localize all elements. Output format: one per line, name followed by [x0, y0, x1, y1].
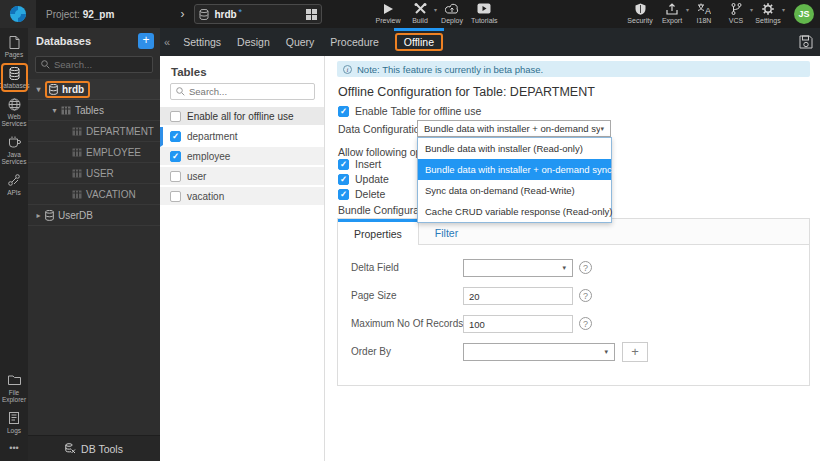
tables-search-input[interactable]	[189, 86, 299, 97]
tab-settings[interactable]: Settings	[182, 28, 222, 56]
export-button[interactable]: Export ▾	[659, 2, 685, 24]
update-row[interactable]: Update	[338, 173, 389, 185]
tree-node-hrdb[interactable]: ▾ hrdb	[28, 79, 160, 100]
preview-button[interactable]: Preview	[375, 2, 401, 24]
vcs-button[interactable]: VCS ▾	[723, 2, 749, 24]
db-tools-icon	[65, 443, 76, 454]
data-configuration-dropdown: Bundle data with installer (Read-only) B…	[417, 137, 612, 223]
svg-text:A: A	[705, 6, 711, 15]
database-tree: ▾ hrdb ▾ Tables DEPARTMENT EMPLOYEE	[28, 79, 160, 435]
nav-java-services[interactable]: Java Services	[1, 132, 28, 168]
caret-down-icon: ▾	[562, 264, 566, 272]
deploy-button[interactable]: Deploy	[439, 2, 465, 24]
tree-node-label: hrdb	[62, 84, 84, 95]
databases-search-input[interactable]	[54, 59, 154, 70]
table-row-employee[interactable]: employee	[160, 147, 324, 167]
tutorials-button[interactable]: Tutorials	[471, 2, 498, 24]
dropdown-option[interactable]: Bundle data with installer (Read-only)	[418, 138, 611, 159]
tab-properties[interactable]: Properties	[338, 219, 419, 245]
databases-search[interactable]	[35, 56, 153, 73]
table-row-department[interactable]: department	[160, 127, 324, 147]
nav-apis[interactable]: APIs	[1, 170, 28, 199]
admin-actions: Security Export ▾ A I18N VCS ▾ Settings …	[624, 2, 784, 24]
security-button[interactable]: Security	[627, 2, 653, 24]
shield-icon	[635, 2, 646, 15]
export-icon	[666, 2, 678, 15]
chevron-down-icon: ▾	[686, 6, 689, 13]
help-icon[interactable]: ?	[579, 317, 592, 330]
tab-design[interactable]: Design	[236, 28, 271, 56]
tab-procedure[interactable]: Procedure	[329, 28, 379, 56]
db-tools-button[interactable]: DB Tools	[28, 435, 160, 461]
db-selector[interactable]: hrdb *	[194, 4, 322, 24]
tree-node-table[interactable]: USER	[28, 163, 160, 184]
table-row-user[interactable]: user	[160, 167, 324, 187]
table-checkbox[interactable]	[170, 151, 181, 162]
tree-node-table[interactable]: EMPLOYEE	[28, 142, 160, 163]
enable-table-row[interactable]: Enable Table for offline use	[338, 105, 481, 117]
insert-row[interactable]: Insert	[338, 158, 381, 170]
tree-node-label: Tables	[75, 105, 104, 116]
nav-pages[interactable]: Pages	[1, 32, 28, 61]
tab-offline[interactable]: Offline	[394, 28, 444, 56]
user-avatar[interactable]: JS	[794, 4, 814, 24]
caret-down-icon: ▾	[34, 85, 43, 94]
table-row-vacation[interactable]: vacation	[160, 187, 324, 207]
service-tab-bar: « Settings Design Query Procedure Offlin…	[160, 28, 820, 56]
modified-marker: *	[239, 7, 243, 17]
insert-checkbox[interactable]	[338, 159, 349, 170]
tree-node-userdb[interactable]: ▸ UserDB	[28, 205, 160, 226]
wavemaker-logo-icon	[9, 5, 27, 23]
app-logo[interactable]	[0, 0, 36, 28]
tree-node-tables[interactable]: ▾ Tables	[28, 100, 160, 121]
nav-web-services[interactable]: Web Services	[1, 94, 28, 130]
order-by-select[interactable]: ▾	[463, 343, 615, 361]
table-checkbox[interactable]	[170, 171, 181, 182]
nav-more[interactable]: •••	[1, 439, 28, 455]
run-actions: Preview Build ▾ Deploy	[372, 2, 468, 24]
nav-databases[interactable]: Databases	[1, 63, 28, 92]
page-size-row: Page Size ?	[338, 287, 809, 305]
table-checkbox[interactable]	[170, 131, 181, 142]
caret-right-icon: ▸	[34, 211, 43, 220]
tree-node-table[interactable]: DEPARTMENT	[28, 121, 160, 142]
tables-search[interactable]	[170, 83, 315, 100]
app-switcher-icon[interactable]	[306, 9, 317, 20]
dropdown-option[interactable]: Sync data on-demand (Read-Write)	[418, 180, 611, 201]
databases-panel: Databases + ▾ hrdb ▾ Tables DEPARTME	[28, 28, 160, 461]
delete-checkbox[interactable]	[338, 189, 349, 200]
databases-panel-title: Databases	[36, 35, 91, 47]
tab-query[interactable]: Query	[285, 28, 316, 56]
i18n-button[interactable]: A I18N	[691, 2, 717, 24]
settings-button[interactable]: Settings ▾	[755, 2, 781, 24]
database-icon	[199, 9, 209, 20]
dropdown-option[interactable]: Cache CRUD variable response (Read-only)	[418, 201, 611, 222]
delta-field-select[interactable]: ▾	[463, 259, 573, 277]
max-records-input[interactable]	[463, 315, 573, 333]
help-icon[interactable]: ?	[579, 261, 592, 274]
tree-node-table[interactable]: VACATION	[28, 184, 160, 205]
nav-file-explorer[interactable]: File Explorer	[1, 370, 28, 406]
save-button[interactable]	[797, 33, 815, 51]
data-configuration-select[interactable]: Bundle data with installer + on-demand s…	[417, 120, 611, 137]
delete-row[interactable]: Delete	[338, 188, 385, 200]
branch-icon	[731, 2, 742, 15]
chevron-down-icon: ▾	[750, 6, 753, 13]
enable-table-checkbox[interactable]	[338, 106, 349, 117]
api-connector-icon	[8, 174, 20, 187]
nav-logs[interactable]: Logs	[1, 408, 28, 437]
enable-all-row[interactable]: Enable all for offline use	[160, 107, 324, 127]
enable-all-checkbox[interactable]	[170, 111, 181, 122]
page-size-input[interactable]	[463, 287, 573, 305]
build-button[interactable]: Build ▾	[407, 2, 433, 24]
collapse-panel-icon[interactable]: «	[162, 36, 175, 48]
help-icon[interactable]: ?	[579, 289, 592, 302]
folder-icon	[8, 374, 21, 387]
dropdown-option-selected[interactable]: Bundle data with installer + on-demand s…	[418, 159, 611, 180]
table-checkbox[interactable]	[170, 191, 181, 202]
update-checkbox[interactable]	[338, 174, 349, 185]
add-order-by-button[interactable]: +	[622, 342, 648, 362]
add-database-button[interactable]: +	[138, 33, 154, 49]
bundle-configuration-box: Properties Filter Delta Field ▾ ? Page S…	[337, 218, 810, 386]
caret-down-icon: ▾	[604, 348, 608, 356]
